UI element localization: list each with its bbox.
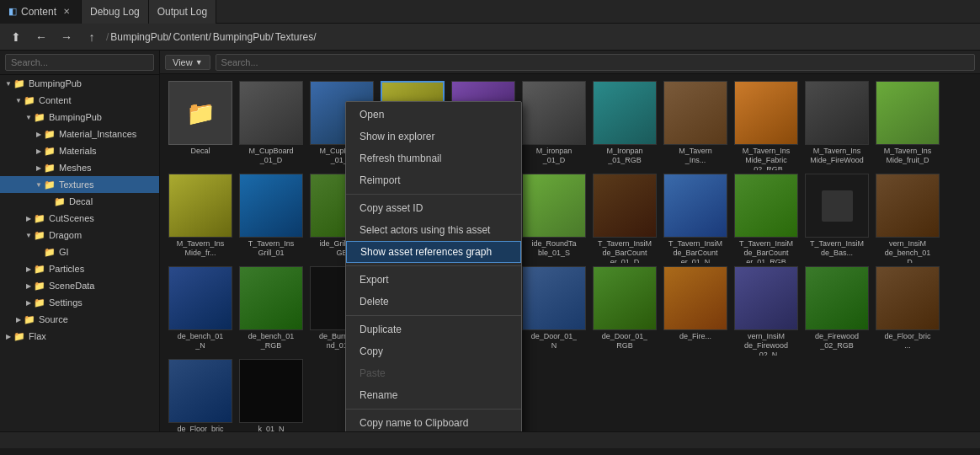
- sidebar-item-source[interactable]: 📁 Source: [0, 311, 159, 328]
- sidebar-item-scenedata[interactable]: 📁 SceneData: [0, 277, 159, 294]
- list-item[interactable]: k_01_N: [237, 359, 305, 431]
- list-item[interactable]: M_Tavern_InsMide_fruit_D: [874, 81, 941, 170]
- asset-thumbnail: [593, 81, 657, 145]
- list-item[interactable]: M_ironpan_01_D: [520, 81, 588, 170]
- sidebar-item-settings[interactable]: 📁 Settings: [0, 294, 159, 311]
- list-item[interactable]: M_Tavern_InsMide_FireWood: [803, 81, 871, 170]
- menu-item-show-references-graph[interactable]: Show asset references graph: [346, 241, 521, 263]
- sidebar-search-input[interactable]: [5, 54, 154, 71]
- menu-item-refresh-thumbnail[interactable]: Refresh thumbnail: [346, 147, 521, 169]
- sidebar-item-materials[interactable]: 📁 Materials: [0, 142, 159, 159]
- list-item[interactable]: de_Floor_bric...: [874, 266, 941, 356]
- menu-item-duplicate[interactable]: Duplicate: [346, 318, 521, 340]
- list-item[interactable]: M_CupBoard_01_D: [237, 81, 305, 170]
- asset-label: M_Tavern_InsMide_fruit_D: [884, 147, 932, 165]
- sidebar-item-bumpingpub[interactable]: 📁 BumpingPub: [0, 75, 159, 92]
- list-item[interactable]: vern_InsiMde_Firewood_02_N: [732, 266, 800, 356]
- folder-icon-bumpingpub: 📁: [13, 78, 25, 89]
- list-item[interactable]: 📁 Decal: [167, 81, 234, 170]
- asset-label: T_Tavern_InsiMde_BarCounter_01_RGB: [739, 239, 793, 263]
- folder-icon-particles: 📁: [34, 264, 45, 275]
- breadcrumb-textures[interactable]: Textures/: [275, 31, 317, 43]
- asset-thumbnail: [805, 174, 869, 238]
- list-item[interactable]: T_Tavern_InsGrill_01: [237, 174, 305, 263]
- asset-label: de_Fire...: [679, 332, 711, 341]
- list-item[interactable]: M_Tavern_InsMide_fr...: [167, 174, 234, 263]
- sidebar-label-settings: Settings: [49, 297, 83, 308]
- breadcrumb-content[interactable]: Content/: [173, 31, 210, 43]
- sidebar-label-scenedata: SceneData: [49, 281, 94, 291]
- sidebar-item-particles[interactable]: 📁 Particles: [0, 260, 159, 277]
- sidebar-item-content[interactable]: 📁 Content: [0, 92, 159, 109]
- menu-item-copy[interactable]: Copy: [346, 340, 521, 362]
- menu-item-open[interactable]: Open: [346, 104, 521, 126]
- asset-label: M_Tavern_Ins...: [679, 147, 712, 165]
- main-layout: 📁 BumpingPub 📁 Content 📁 BumpingPub 📁 Ma…: [0, 51, 980, 431]
- arrow-content: [13, 95, 24, 105]
- content-search-input[interactable]: [216, 54, 975, 71]
- asset-thumbnail: [239, 81, 303, 145]
- list-item[interactable]: T_Tavern_InsiMde_BarCounter_01_RGB: [732, 174, 800, 263]
- sidebar-label-decal: Decal: [69, 196, 93, 206]
- asset-label: vern_InsiMde_bench_01_D: [885, 239, 931, 263]
- list-item[interactable]: T_Tavern_InsiMde_BarCounter_01_D: [591, 174, 658, 263]
- tab-output-log[interactable]: Output Log: [149, 0, 216, 24]
- asset-thumbnail: [168, 359, 232, 423]
- menu-item-export[interactable]: Export: [346, 269, 521, 291]
- list-item[interactable]: T_Tavern_InsiMde_BarCounter_01_N: [662, 174, 729, 263]
- list-item[interactable]: de_Firewood_02_RGB: [803, 266, 871, 356]
- tab-debug-log[interactable]: Debug Log: [82, 0, 149, 24]
- folder-icon-content: 📁: [24, 95, 35, 106]
- tab-bar: ◧ Content ✕ Debug Log Output Log: [0, 0, 980, 24]
- folder-icon-flax: 📁: [13, 331, 25, 342]
- menu-item-delete[interactable]: Delete: [346, 291, 521, 313]
- menu-item-rename[interactable]: Rename: [346, 384, 521, 406]
- menu-item-show-in-explorer[interactable]: Show in explorer: [346, 126, 521, 147]
- sidebar-item-textures[interactable]: 📁 Textures: [0, 176, 159, 193]
- breadcrumb-bumpingpub2[interactable]: BumpingPub/: [213, 31, 274, 43]
- list-item[interactable]: vern_InsiMde_bench_01_D: [874, 174, 941, 263]
- sidebar-item-meshes[interactable]: 📁 Meshes: [0, 159, 159, 176]
- sidebar-item-dragom[interactable]: 📁 Dragom: [0, 227, 159, 244]
- list-item[interactable]: de_Door_01_N: [520, 266, 588, 356]
- back-button[interactable]: ←: [30, 26, 52, 48]
- list-item[interactable]: de_Floor_bric...: [167, 359, 234, 431]
- list-item[interactable]: M_Ironpan_01_RGB: [591, 81, 658, 170]
- list-item[interactable]: de_bench_01_N: [167, 266, 234, 356]
- list-item[interactable]: M_Tavern_InsMide_Fabric_02_RGB: [732, 81, 800, 170]
- forward-button[interactable]: →: [56, 26, 77, 48]
- arrow-gi: [34, 247, 44, 257]
- view-button[interactable]: View ▼: [165, 55, 210, 70]
- list-item[interactable]: ide_RoundTable_01_S: [520, 174, 588, 263]
- tab-content[interactable]: ◧ Content ✕: [0, 0, 82, 24]
- content-toolbar: View ▼: [160, 51, 980, 74]
- sidebar-item-cutscenes[interactable]: 📁 CutScenes: [0, 210, 159, 227]
- arrow-flax: [3, 331, 13, 341]
- menu-item-copy-asset-id[interactable]: Copy asset ID: [346, 197, 521, 219]
- sidebar-item-material-instances[interactable]: 📁 Material_Instances: [0, 126, 159, 142]
- sidebar-label-textures: Textures: [59, 179, 94, 190]
- save-button[interactable]: ⬆: [5, 26, 27, 48]
- menu-item-copy-name[interactable]: Copy name to Clipboard: [346, 412, 521, 431]
- asset-label: de_Floor_bric...: [884, 332, 930, 351]
- list-item[interactable]: de_Fire...: [662, 266, 729, 356]
- asset-thumbnail: [805, 266, 869, 330]
- list-item[interactable]: M_Tavern_Ins...: [662, 81, 729, 170]
- list-item[interactable]: T_Tavern_InsiMde_Bas...: [803, 174, 871, 263]
- breadcrumb: / BumpingPub/ Content/ BumpingPub/ Textu…: [106, 31, 317, 43]
- breadcrumb-bumpingpub[interactable]: BumpingPub/: [110, 31, 171, 43]
- menu-item-reimport[interactable]: Reimport: [346, 169, 521, 191]
- arrow-bumpingpub: [3, 78, 13, 88]
- up-button[interactable]: ↑: [81, 26, 103, 48]
- sidebar: 📁 BumpingPub 📁 Content 📁 BumpingPub 📁 Ma…: [0, 51, 160, 431]
- asset-thumbnail: [876, 266, 940, 330]
- list-item[interactable]: de_Door_01_RGB: [591, 266, 658, 356]
- tab-content-close[interactable]: ✕: [61, 6, 72, 18]
- sidebar-item-bumpingpub2[interactable]: 📁 BumpingPub: [0, 109, 159, 126]
- menu-item-select-actors[interactable]: Select actors using this asset: [346, 219, 521, 241]
- sidebar-item-decal[interactable]: 📁 Decal: [0, 193, 159, 210]
- sidebar-item-flax[interactable]: 📁 Flax: [0, 328, 159, 345]
- list-item[interactable]: de_bench_01_RGB: [237, 266, 305, 356]
- sidebar-item-gi[interactable]: 📁 GI: [0, 244, 159, 260]
- asset-label: M_Tavern_InsMide_fr...: [177, 239, 225, 258]
